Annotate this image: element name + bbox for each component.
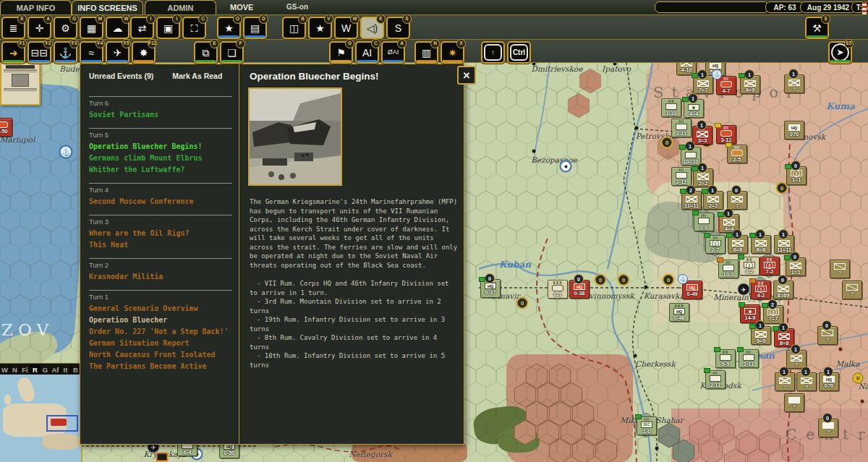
screenshot-icon[interactable]: ⛶C	[182, 17, 206, 39]
unit-counter[interactable]: 37=72	[763, 305, 783, 324]
event-list-item[interactable]: Whither the Luftwaffe?	[89, 164, 232, 176]
minimap-viewport[interactable]	[46, 415, 78, 432]
unit-counter[interactable]: III2=21	[693, 168, 713, 187]
air-doctrine-icon[interactable]: ▤D	[243, 17, 267, 39]
unit-counter[interactable]: III12-7	[705, 235, 726, 254]
unit-counter[interactable]: HQ0-49⚓	[682, 281, 702, 299]
picture-library-icon[interactable]: ▣I	[156, 17, 180, 39]
strategic-minimap[interactable]	[0, 375, 82, 462]
event-list-item[interactable]: Krasnodar Militia	[89, 271, 232, 283]
unit-counter[interactable]: III11=112	[681, 191, 702, 210]
unit-counter[interactable]: ?	[830, 260, 850, 278]
amphibious-move-icon[interactable]: ≈F4	[80, 41, 103, 64]
ground-attack-icon[interactable]: ✸F11	[132, 41, 156, 64]
unit-counter[interactable]: XXXHQ0-48	[669, 303, 689, 322]
unit-counter[interactable]: ?	[842, 281, 862, 299]
unit-report-icon[interactable]: ▥N	[414, 41, 438, 64]
nationality-filter-it[interactable]: It	[61, 364, 71, 375]
unit-counter[interactable]: III7=71	[693, 75, 713, 94]
preferences-icon[interactable]: ⚙O	[54, 17, 77, 39]
ai-assist-icon[interactable]: AIC	[355, 41, 379, 64]
ctrl-key-icon[interactable]: Ctrl	[507, 41, 531, 64]
unit-counter[interactable]: III8=81	[774, 328, 794, 347]
air-mission-icon[interactable]: ✈F5	[106, 41, 129, 64]
unit-counter[interactable]: III1=10	[786, 257, 806, 276]
mark-as-read-button[interactable]: Mark As Read	[172, 72, 222, 80]
event-list-item[interactable]: Operation Bluecher Begins!	[89, 141, 232, 153]
unit-counter[interactable]: III9=91	[740, 75, 760, 94]
event-list-item[interactable]: The Partisans Become Active	[89, 361, 232, 372]
oob-browser-icon[interactable]: ◫B	[282, 17, 306, 39]
unit-counter[interactable]: IIISEC1-0	[637, 416, 657, 435]
window-mode-icon[interactable]: ❏F	[220, 41, 244, 64]
unit-counter[interactable]: III4-7⚓	[716, 76, 736, 95]
nationality-filter-w[interactable]: W	[0, 364, 10, 375]
unit-counter[interactable]: ?	[784, 393, 804, 412]
unit-counter[interactable]: III10-3	[718, 260, 739, 278]
war-report-icon[interactable]: WW	[334, 17, 358, 39]
event-list-item[interactable]: Operation Bluecher	[89, 315, 232, 326]
unit-counter[interactable]: III4=41	[684, 99, 704, 118]
unit-counter[interactable]: III?1	[784, 74, 804, 93]
unit-counter[interactable]: XX9-5	[715, 349, 736, 368]
gs-toggle[interactable]: GS-on	[286, 3, 308, 11]
nationality-filter-fi[interactable]: Fi	[20, 364, 30, 375]
nationality-filter-n[interactable]: N	[10, 364, 20, 375]
unit-counter[interactable]: 0-50	[0, 118, 12, 137]
unit-counter[interactable]: III2-5	[727, 145, 747, 163]
unit-organization-icon[interactable]: ⧉E	[194, 41, 218, 64]
unit-counter[interactable]: XXX0-1	[548, 280, 568, 299]
reinforcements-icon[interactable]: ✛A	[27, 17, 51, 39]
unit-counter[interactable]: HQ0-370	[480, 279, 501, 298]
unit-counter[interactable]: III6=61	[751, 235, 771, 254]
unit-counter[interactable]: III10=101	[681, 147, 701, 166]
statistics-icon[interactable]: ▦M	[80, 17, 103, 39]
tab-map-info[interactable]: MAP INFO	[0, 0, 72, 14]
production-icon[interactable]: ⚒$	[805, 17, 829, 39]
event-list-item[interactable]: German Situation Report	[89, 338, 232, 349]
event-list-item[interactable]: North Caucasus Front Isolated	[89, 349, 232, 361]
nationality-filter-g[interactable]: G	[41, 364, 51, 375]
unit-counter[interactable]: ?0	[817, 326, 838, 345]
unit-counter[interactable]: III3=31	[692, 126, 712, 145]
event-list-item[interactable]: Germans climb Mount Elbrus	[89, 153, 232, 164]
event-list-item[interactable]: This Heat	[89, 239, 232, 251]
tab-info-screens[interactable]: INFO SCREENS	[72, 0, 143, 14]
scenario-notes-icon[interactable]: SS	[386, 17, 410, 39]
unit-counter[interactable]: III3-12	[716, 125, 736, 144]
rail-move-icon[interactable]: ⊟⊟F2	[27, 41, 51, 64]
unit-counter[interactable]: III8=690	[773, 281, 793, 299]
ai-off-icon[interactable]: ØAIA	[381, 41, 405, 64]
event-list-item[interactable]: Order No. 227 'Not a Step Back!'	[89, 326, 232, 338]
event-log-icon[interactable]: ≣E	[1, 17, 25, 39]
unit-counter[interactable]: III11=111	[774, 235, 794, 254]
unit-counter[interactable]: III2-0	[694, 213, 714, 231]
event-list-item[interactable]: General Scenario Overview	[89, 303, 232, 315]
unit-counter[interactable]: ?0	[818, 419, 838, 437]
unit-counter[interactable]: III6=61	[728, 235, 748, 254]
transfer-icon[interactable]: ⇄I	[130, 17, 154, 39]
air-superiority-icon[interactable]: ★O	[217, 17, 241, 39]
newspaper-thumbnail[interactable]	[0, 62, 41, 106]
event-list-item[interactable]: Second Moscow Conference	[89, 196, 232, 208]
shift-key-icon[interactable]: ↑	[481, 41, 505, 64]
airstrike-icon[interactable]: ✷X	[441, 41, 464, 64]
flag-control-icon[interactable]: ⚑G	[329, 41, 353, 64]
event-list-item[interactable]: Where are the Oil Rigs?	[89, 228, 232, 239]
nationality-filter-af[interactable]: Af	[51, 364, 61, 375]
unit-counter[interactable]: HQ0701	[819, 372, 839, 391]
next-turn-icon[interactable]: ➤E5	[828, 41, 852, 64]
unit-counter[interactable]: III2=21	[703, 191, 723, 210]
unit-counter[interactable]: HQ070	[784, 121, 804, 140]
unit-counter[interactable]: 11=10	[786, 166, 807, 185]
close-icon[interactable]: ✕	[457, 66, 476, 85]
weather-icon[interactable]: ☁W	[106, 17, 129, 39]
event-list-item[interactable]: Soviet Partisans	[89, 109, 232, 121]
unit-counter[interactable]: XX27-2	[760, 257, 780, 275]
unit-counter[interactable]: XX14-2	[739, 257, 760, 275]
tab-admin[interactable]: ADMIN	[145, 0, 216, 14]
unit-counter[interactable]: III?1	[796, 372, 817, 391]
unit-counter[interactable]: HQ0-380	[569, 280, 590, 299]
unit-counter[interactable]: III2-11	[705, 370, 726, 389]
unit-counter[interactable]: III?1	[786, 350, 807, 369]
